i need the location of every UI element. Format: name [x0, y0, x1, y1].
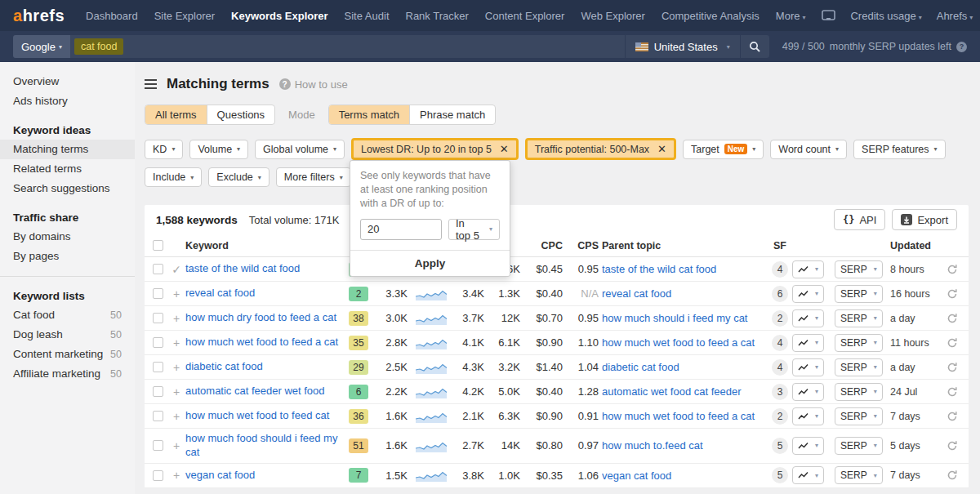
filter-traffic-potential-active[interactable]: Traffic potential: 500-Max✕ [525, 138, 676, 160]
toggle-questions[interactable]: Questions [207, 105, 275, 124]
reports-menu-icon[interactable] [145, 79, 157, 89]
add-to-list-icon[interactable]: + [167, 410, 185, 423]
refresh-icon[interactable] [942, 411, 962, 422]
sidebar-item-cat-food[interactable]: Cat food50 [0, 305, 135, 325]
refresh-icon[interactable] [942, 313, 962, 324]
filter-target[interactable]: TargetNew▾ [683, 140, 764, 159]
toggle-phrase-match[interactable]: Phrase match [410, 105, 495, 124]
position-history-button[interactable]: ▾ [792, 437, 824, 455]
export-button[interactable]: Export [892, 209, 957, 230]
row-checkbox[interactable] [153, 264, 163, 274]
keyword-link[interactable]: reveal cat food [185, 283, 349, 304]
col-cps[interactable]: CPS [566, 240, 602, 251]
keyword-link[interactable]: how much food should i feed my cat [185, 429, 349, 463]
row-checkbox[interactable] [153, 337, 163, 348]
nav-dashboard[interactable]: Dashboard [86, 10, 138, 22]
add-to-list-icon[interactable]: + [167, 385, 185, 398]
position-history-button[interactable]: ▾ [792, 358, 824, 376]
row-checkbox[interactable] [153, 288, 163, 299]
row-checkbox[interactable] [153, 362, 163, 372]
serp-button[interactable]: SERP▾ [835, 358, 883, 376]
parent-topic-link[interactable]: diabetic cat food [602, 361, 768, 373]
serp-button[interactable]: SERP▾ [835, 309, 883, 327]
sidebar-item-by-pages[interactable]: By pages [0, 247, 135, 266]
parent-topic-link[interactable]: how much should i feed my cat [602, 312, 768, 324]
query-tag[interactable]: cat food [74, 38, 123, 55]
refresh-icon[interactable] [942, 440, 962, 452]
check-icon[interactable]: ✓ [167, 263, 185, 276]
add-to-list-icon[interactable]: + [167, 439, 185, 452]
filter-global-volume[interactable]: Global volume▾ [255, 140, 345, 159]
filter-word-count[interactable]: Word count▾ [770, 140, 847, 159]
filter-more-filters[interactable]: More filters▾ [276, 167, 351, 187]
parent-topic-link[interactable]: how much to.feed cat [602, 439, 768, 452]
serp-button[interactable]: SERP▾ [835, 285, 883, 303]
serp-button[interactable]: SERP▾ [835, 260, 883, 278]
nav-keywords-explorer[interactable]: Keywords Explorer [231, 10, 328, 22]
serp-button[interactable]: SERP▾ [835, 383, 883, 401]
how-to-use-link[interactable]: ? How to use [279, 78, 348, 91]
serp-button[interactable]: SERP▾ [835, 407, 883, 425]
col-cpc[interactable]: CPC [523, 240, 566, 251]
sidebar-item-search-suggestions[interactable]: Search suggestions [0, 179, 135, 198]
nav-competitive-analysis[interactable]: Competitive Analysis [662, 10, 760, 22]
sidebar-item-ads-history[interactable]: Ads history [0, 91, 135, 111]
parent-topic-link[interactable]: vegan cat food [602, 470, 768, 482]
nav-content-explorer[interactable]: Content Explorer [485, 10, 565, 22]
row-checkbox[interactable] [153, 440, 163, 451]
toggle-terms-match[interactable]: Terms match [329, 105, 410, 124]
nav-site-audit[interactable]: Site Audit [345, 10, 390, 22]
refresh-icon[interactable] [942, 470, 962, 481]
close-icon[interactable]: ✕ [500, 143, 509, 155]
filter-lowest-dr-active[interactable]: Lowest DR: Up to 20 in top 5✕ [351, 138, 519, 160]
position-history-button[interactable]: ▾ [792, 334, 824, 352]
serp-button[interactable]: SERP▾ [835, 334, 883, 352]
sidebar-item-matching-terms[interactable]: Matching terms [0, 140, 135, 159]
refresh-icon[interactable] [942, 362, 962, 373]
col-keyword[interactable]: Keyword [185, 240, 349, 251]
parent-topic-link[interactable]: reveal cat food [602, 287, 768, 300]
add-to-list-icon[interactable]: + [167, 469, 185, 482]
refresh-icon[interactable] [942, 386, 962, 398]
nav-site-explorer[interactable]: Site Explorer [154, 10, 215, 22]
keyword-search-input[interactable]: cat food [70, 35, 625, 58]
add-to-list-icon[interactable]: + [167, 336, 185, 349]
col-updated[interactable]: Updated [887, 240, 942, 251]
keyword-link[interactable]: how much wet food to feed a cat [185, 332, 349, 353]
close-icon[interactable]: ✕ [657, 143, 666, 155]
sidebar-item-by-domains[interactable]: By domains [0, 227, 135, 247]
position-history-button[interactable]: ▾ [792, 407, 824, 425]
dr-value-input[interactable] [360, 219, 442, 240]
row-checkbox[interactable] [153, 411, 163, 421]
filter-include[interactable]: Include▾ [145, 167, 202, 187]
position-history-button[interactable]: ▾ [792, 260, 824, 278]
parent-topic-link[interactable]: automatic wet food cat feeder [602, 385, 768, 398]
search-button[interactable] [740, 35, 769, 58]
refresh-icon[interactable] [942, 337, 962, 349]
keyword-link[interactable]: vegan cat food [185, 465, 349, 486]
filter-volume[interactable]: Volume▾ [189, 140, 248, 159]
nav-more[interactable]: More▾ [776, 10, 806, 22]
account-menu[interactable]: Ahrefs▾ [937, 10, 973, 22]
add-to-list-icon[interactable]: + [167, 312, 185, 325]
row-checkbox[interactable] [153, 313, 163, 323]
nav-web-explorer[interactable]: Web Explorer [581, 10, 645, 22]
position-history-button[interactable]: ▾ [792, 466, 824, 484]
sidebar-item-overview[interactable]: Overview [0, 72, 135, 91]
parent-topic-link[interactable]: how much wet food to feed a cat [602, 336, 768, 349]
position-history-button[interactable]: ▾ [792, 309, 824, 327]
keyword-link[interactable]: taste of the wild cat food [185, 259, 349, 279]
apply-button[interactable]: Apply [350, 250, 510, 276]
device-icon[interactable] [822, 10, 835, 21]
toggle-all-terms[interactable]: All terms [145, 105, 207, 124]
search-engine-select[interactable]: Google▾ [13, 35, 70, 58]
col-parent-topic[interactable]: Parent topic [602, 240, 768, 251]
country-select[interactable]: United States▾ [625, 35, 740, 58]
col-sf[interactable]: SF [768, 240, 792, 251]
filter-serp-features[interactable]: SERP features▾ [853, 140, 945, 159]
keyword-link[interactable]: how much wet food to feed cat [185, 406, 349, 426]
sidebar-item-dog-leash[interactable]: Dog leash50 [0, 325, 135, 345]
dr-scope-select[interactable]: In top 5▾ [448, 219, 500, 240]
keyword-link[interactable]: diabetic cat food [185, 357, 349, 377]
parent-topic-link[interactable]: how much wet food to feed a cat [602, 410, 768, 422]
